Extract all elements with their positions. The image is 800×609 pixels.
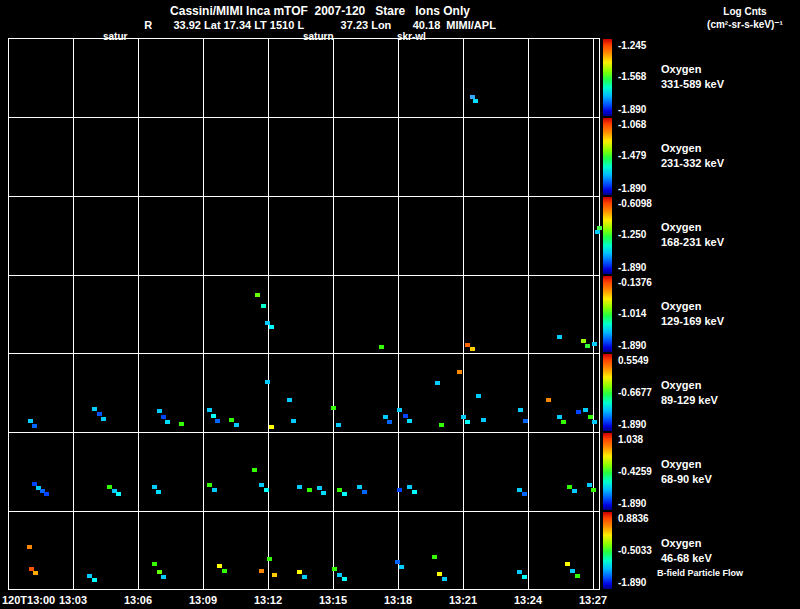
colorbar-min-label: -1.890 — [618, 262, 646, 273]
data-point — [269, 425, 274, 429]
data-point — [255, 293, 260, 297]
data-point — [395, 560, 400, 564]
colorbar-min-label: -1.890 — [618, 183, 646, 194]
data-point — [97, 412, 102, 416]
colorbar-min-label: -1.890 — [618, 419, 646, 430]
colorbar-mid-label: -1.479 — [618, 150, 646, 161]
data-point — [442, 577, 447, 581]
gridline-horizontal — [8, 511, 600, 512]
cassini-mimi-spectrogram-screen: Cassini/MIMI Inca mTOF 2007-120 Stare Io… — [0, 0, 800, 609]
data-point — [557, 415, 562, 419]
data-point — [302, 575, 307, 579]
data-point — [152, 485, 157, 489]
data-point — [461, 415, 466, 419]
data-point — [234, 423, 239, 427]
colorbar-max-label: -0.1376 — [618, 277, 652, 288]
data-point — [152, 562, 157, 566]
data-point — [291, 419, 296, 423]
data-point — [259, 569, 264, 573]
units-line-2: (cm²-sr-s-keV)⁻¹ — [690, 18, 800, 31]
colorbar-max-label: 1.038 — [618, 434, 643, 445]
data-point — [161, 575, 166, 579]
plot-subtitle: R 33.92 Lat 17.34 LT 1510 L 37.23 Lon 40… — [0, 19, 640, 31]
x-axis-tick-label: 120T13:00 — [2, 594, 55, 606]
x-axis-tick-label: 13:09 — [189, 594, 217, 606]
panel-energy-label: Oxygen68-90 keV — [661, 457, 712, 487]
energy-range-label: 68-90 keV — [661, 472, 712, 487]
data-point — [229, 418, 234, 422]
panel-energy-label: Oxygen331-589 keV — [661, 62, 724, 92]
data-point — [261, 304, 266, 308]
data-point — [165, 420, 170, 424]
data-point — [215, 419, 220, 423]
data-point — [561, 420, 566, 424]
data-point — [207, 408, 212, 412]
data-point — [156, 490, 161, 494]
data-point — [362, 490, 367, 494]
gridline-vertical — [138, 38, 139, 590]
plot-border — [8, 38, 600, 590]
data-point — [265, 380, 270, 384]
data-point — [157, 409, 162, 413]
data-point — [583, 408, 588, 412]
colorbar-mid-label: -1.014 — [618, 308, 646, 319]
data-point — [465, 420, 470, 424]
energy-range-label: 231-332 keV — [661, 156, 724, 171]
colorbar-mid-label: -0.5033 — [618, 545, 652, 556]
data-point — [546, 398, 551, 402]
data-point — [179, 422, 184, 426]
data-point — [272, 573, 277, 577]
data-point — [357, 485, 362, 489]
data-point — [116, 492, 121, 496]
data-point — [412, 490, 417, 494]
data-point — [581, 339, 586, 343]
data-point — [399, 565, 404, 569]
data-point — [264, 488, 269, 492]
data-point — [587, 483, 592, 487]
species-label: Oxygen — [661, 141, 724, 156]
species-label: Oxygen — [661, 220, 724, 235]
colorbar-max-label: 0.5549 — [618, 355, 649, 366]
data-point — [222, 569, 227, 573]
data-point — [407, 485, 412, 489]
data-point — [259, 483, 264, 487]
data-point — [557, 335, 562, 339]
gridline-horizontal — [8, 196, 600, 197]
energy-range-label: 46-68 keV — [661, 551, 712, 566]
colorbar — [603, 39, 612, 116]
data-point — [211, 414, 216, 418]
data-point — [437, 572, 442, 576]
data-point — [269, 325, 274, 329]
data-point — [570, 569, 575, 573]
x-axis-tick-label: 13:27 — [579, 594, 607, 606]
x-axis-tick-label: 13:21 — [449, 594, 477, 606]
bfield-particle-flow-label: B-field Particle Flow — [657, 568, 743, 578]
colorbar-max-label: -1.245 — [618, 40, 646, 51]
colorbar-min-label: -1.890 — [618, 577, 646, 588]
data-point — [332, 567, 337, 571]
colorbar — [603, 433, 612, 510]
species-label: Oxygen — [661, 457, 712, 472]
time-annotation: saturn — [303, 31, 334, 42]
data-point — [481, 418, 486, 422]
data-point — [585, 344, 590, 348]
x-axis-tick-label: 13:03 — [59, 594, 87, 606]
data-point — [565, 562, 570, 566]
gridline-vertical — [268, 38, 269, 590]
data-point — [522, 492, 527, 496]
data-point — [33, 571, 38, 575]
gridline-vertical — [463, 38, 464, 590]
gridline-horizontal — [8, 275, 600, 276]
data-point — [473, 99, 478, 103]
x-axis-tick-label: 13:18 — [384, 594, 412, 606]
data-point — [267, 557, 272, 561]
data-point — [342, 577, 347, 581]
data-point — [432, 555, 437, 559]
gridline-vertical — [593, 38, 594, 590]
data-point — [336, 423, 341, 427]
data-point — [595, 230, 600, 234]
data-point — [470, 347, 475, 351]
data-point — [212, 488, 217, 492]
data-point — [287, 398, 292, 402]
data-point — [92, 407, 97, 411]
